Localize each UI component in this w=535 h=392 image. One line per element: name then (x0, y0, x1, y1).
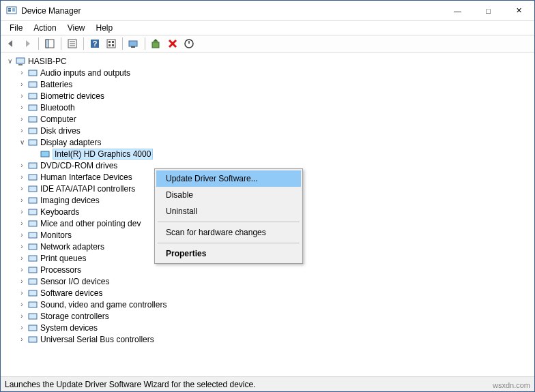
svg-rect-22 (18, 64, 23, 65)
forward-button[interactable] (20, 36, 35, 51)
chevron-right-icon[interactable]: › (17, 335, 27, 344)
context-menu-item[interactable]: Scan for hardware changes (156, 224, 301, 241)
chevron-right-icon[interactable]: › (17, 184, 27, 194)
tree-category[interactable]: ›Universal Serial Bus controllers (2, 333, 533, 345)
uninstall-button[interactable] (165, 36, 180, 51)
tree-category[interactable]: ›Processors (2, 264, 533, 275)
tree-category[interactable]: ›Audio inputs and outputs (2, 67, 533, 78)
chevron-right-icon[interactable]: › (17, 219, 27, 228)
toolbar-separator (145, 37, 145, 50)
device-icon (27, 195, 38, 206)
help-button[interactable]: ? (87, 36, 102, 51)
maximize-button[interactable]: □ (473, 1, 504, 20)
device-icon (27, 299, 38, 310)
chevron-right-icon[interactable]: › (17, 68, 27, 78)
tree-category[interactable]: ›Sensor I/O devices (2, 275, 533, 287)
disable-button[interactable] (182, 36, 197, 51)
window-title: Device Manager (21, 6, 442, 16)
menu-help[interactable]: Help (91, 22, 119, 34)
tree-category[interactable]: ›Batteries (2, 78, 533, 90)
device-icon (27, 230, 38, 241)
chevron-right-icon[interactable]: › (17, 312, 27, 321)
context-menu-item[interactable]: Properties (156, 245, 301, 262)
svg-rect-38 (29, 244, 37, 250)
chevron-right-icon[interactable]: › (17, 230, 27, 240)
device-icon (27, 172, 38, 183)
chevron-right-icon[interactable]: › (17, 242, 27, 252)
chevron-right-icon[interactable]: › (17, 80, 27, 89)
svg-rect-21 (16, 58, 25, 63)
close-button[interactable]: ✕ (504, 1, 534, 20)
toolbar-separator (83, 37, 84, 50)
chevron-right-icon[interactable]: › (17, 172, 27, 182)
svg-rect-1 (8, 8, 11, 10)
scan-hardware-button[interactable] (126, 36, 141, 51)
svg-rect-24 (29, 82, 37, 87)
device-icon (27, 241, 38, 252)
tree-category[interactable]: ›System devices (2, 322, 533, 333)
tree-category[interactable]: ›Sound, video and game controllers (2, 299, 533, 310)
tree-device[interactable]: Intel(R) HD Graphics 4000 (2, 148, 533, 160)
menu-file[interactable]: File (4, 22, 28, 34)
tree-category-label: Human Interface Devices (40, 172, 132, 182)
tree-category-label: Network adapters (40, 242, 104, 252)
chevron-right-icon[interactable]: › (17, 254, 27, 263)
chevron-right-icon[interactable]: › (17, 265, 27, 275)
chevron-right-icon[interactable]: › (17, 207, 27, 217)
show-hide-tree-button[interactable] (42, 36, 57, 51)
chevron-down-icon[interactable]: ∨ (5, 57, 14, 66)
svg-rect-14 (112, 41, 114, 43)
device-icon (27, 67, 38, 78)
svg-rect-37 (29, 232, 37, 238)
minimize-button[interactable]: — (442, 1, 473, 20)
menu-action[interactable]: Action (28, 22, 61, 34)
svg-rect-3 (12, 8, 15, 12)
tree-category[interactable]: ›Computer (2, 113, 533, 125)
chevron-right-icon[interactable]: › (17, 300, 27, 310)
chevron-right-icon[interactable]: › (17, 103, 27, 112)
svg-rect-31 (29, 163, 37, 168)
svg-rect-35 (29, 209, 37, 215)
tree-category-label: Mice and other pointing dev (40, 219, 141, 228)
svg-rect-12 (107, 40, 115, 48)
tree-category-label: Monitors (40, 230, 72, 240)
back-button[interactable] (3, 36, 18, 51)
context-menu-item[interactable]: Disable (156, 187, 301, 203)
tree-root[interactable]: ∨HASIB-PC (2, 55, 533, 67)
tree-category[interactable]: ›Disk drives (2, 125, 533, 136)
device-icon (27, 334, 38, 345)
chevron-right-icon[interactable]: › (17, 277, 27, 286)
device-icon (27, 265, 38, 275)
svg-rect-13 (109, 41, 111, 43)
tree-category-label: Universal Serial Bus controllers (40, 335, 154, 344)
tree-category[interactable]: ›Bluetooth (2, 102, 533, 113)
tree-device-label: Intel(R) HD Graphics 4000 (53, 149, 153, 160)
context-menu-item[interactable]: Uninstall (156, 203, 301, 220)
tree-category[interactable]: ›Storage controllers (2, 310, 533, 322)
chevron-right-icon[interactable]: › (17, 323, 27, 333)
chevron-right-icon[interactable]: › (17, 161, 27, 170)
tree-category[interactable]: ∨Display adapters (2, 136, 533, 148)
chevron-right-icon[interactable]: › (17, 288, 27, 298)
tree-category-label: Display adapters (40, 138, 101, 147)
chevron-right-icon[interactable]: › (17, 196, 27, 205)
update-driver-button[interactable] (149, 36, 164, 51)
chevron-down-icon[interactable]: ∨ (17, 138, 27, 147)
svg-rect-42 (29, 290, 37, 296)
action-button[interactable] (104, 36, 119, 51)
device-icon (27, 137, 38, 148)
chevron-right-icon[interactable]: › (17, 126, 27, 136)
tree-category-label: Software devices (40, 288, 102, 298)
chevron-right-icon[interactable]: › (17, 115, 27, 124)
svg-text:?: ? (93, 40, 98, 48)
app-icon (6, 5, 17, 16)
properties-button[interactable] (65, 36, 80, 51)
device-icon (27, 183, 38, 194)
menu-view[interactable]: View (62, 22, 91, 34)
tree-category[interactable]: ›Biometric devices (2, 90, 533, 102)
chevron-right-icon[interactable]: › (17, 91, 27, 101)
device-icon (27, 322, 38, 333)
tree-category[interactable]: ›Software devices (2, 287, 533, 299)
device-icon (27, 91, 38, 102)
context-menu-item[interactable]: Update Driver Software... (156, 170, 301, 187)
